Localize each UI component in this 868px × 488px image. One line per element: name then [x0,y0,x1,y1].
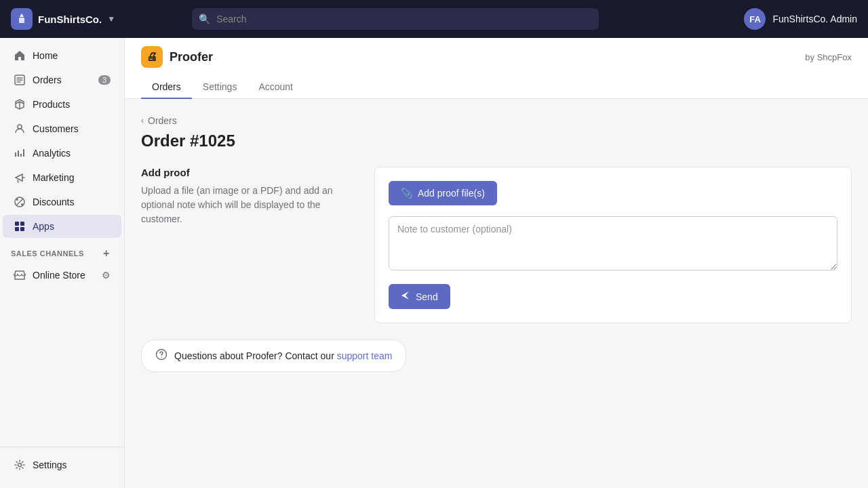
paperclip-icon: 📎 [401,188,412,199]
svg-rect-7 [15,227,19,231]
sidebar-item-discounts[interactable]: Discounts [3,190,121,214]
sidebar-label-apps: Apps [33,221,54,232]
app-name: Proofer [170,50,213,64]
customers-icon [14,123,26,135]
add-proof-button[interactable]: 📎 Add proof file(s) [389,181,497,205]
help-text: Questions about Proofer? Contact our sup… [174,350,392,361]
sidebar-item-settings[interactable]: Settings [3,453,121,476]
proof-right: 📎 Add proof file(s) Send [374,167,852,323]
send-button[interactable]: Send [389,284,450,309]
sidebar-item-apps[interactable]: Apps [3,215,121,238]
products-icon [14,98,26,110]
search-icon: 🔍 [199,14,210,24]
tab-orders[interactable]: Orders [141,76,192,99]
tabs: Orders Settings Account [141,76,852,98]
app-title: 🖨 Proofer [141,46,213,68]
help-box: Questions about Proofer? Contact our sup… [141,340,406,372]
sidebar-label-products: Products [33,99,70,110]
app-header: 🖨 Proofer by ShcpFox Orders Settings Acc… [125,38,868,99]
sidebar-item-analytics[interactable]: Analytics [3,142,121,165]
sidebar-item-products[interactable]: Products [3,93,121,116]
sidebar-label-online-store: Online Store [33,270,85,281]
apps-icon [14,220,26,232]
add-channel-button[interactable]: + [100,247,113,260]
sidebar-label-customers: Customers [33,123,79,134]
main-content: 🖨 Proofer by ShcpFox Orders Settings Acc… [125,38,868,488]
home-icon [14,49,26,62]
page-content: ‹ Orders Order #1025 Add proof Upload a … [125,99,868,488]
breadcrumb[interactable]: ‹ Orders [141,115,852,126]
sidebar-label-analytics: Analytics [33,148,71,159]
add-proof-title: Add proof [141,167,358,178]
sidebar-label-orders: Orders [33,75,62,85]
search-input[interactable] [192,8,599,30]
search-bar: 🔍 [192,8,599,30]
sales-channels-header: SALES CHANNELS + [0,239,124,263]
sidebar: Home Orders 3 Products Customers [0,38,125,488]
proof-section: Add proof Upload a file (an image or a P… [141,167,852,323]
support-link[interactable]: support team [337,350,393,361]
send-icon [401,291,410,302]
svg-point-2 [18,125,22,129]
sidebar-item-online-store[interactable]: Online Store ⚙ [3,264,121,287]
svg-rect-0 [19,18,24,23]
online-store-settings-icon[interactable]: ⚙ [102,270,111,281]
page-title: Order #1025 [141,131,852,150]
proof-description: Upload a file (an image or a PDF) and ad… [141,184,358,226]
sidebar-label-home: Home [33,50,58,61]
breadcrumb-back-icon: ‹ [141,116,144,125]
svg-point-11 [161,357,162,358]
svg-rect-8 [20,227,24,231]
sidebar-label-discounts: Discounts [33,197,74,207]
svg-point-9 [18,464,22,467]
settings-icon [14,459,26,471]
brand-logo[interactable]: FunShirtsCo. ▼ [11,8,115,30]
breadcrumb-label: Orders [148,115,177,126]
app-title-row: 🖨 Proofer by ShcpFox [141,46,852,68]
sidebar-label-settings: Settings [33,460,67,470]
brand-name: FunShirtsCo. [38,14,102,25]
app-logo: 🖨 [141,46,163,68]
svg-rect-6 [20,222,24,226]
svg-rect-5 [15,222,19,226]
orders-badge: 3 [98,75,111,85]
marketing-icon [14,171,26,184]
topnav: FunShirtsCo. ▼ 🔍 FA FunShirtsCo. Admin [0,0,868,38]
topnav-right: FA FunShirtsCo. Admin [744,8,857,30]
note-textarea[interactable] [389,216,837,270]
tab-account[interactable]: Account [248,76,304,99]
avatar[interactable]: FA [744,8,766,30]
analytics-icon [14,147,26,159]
sidebar-bottom: Settings [0,447,124,483]
sidebar-item-home[interactable]: Home [3,44,121,67]
admin-name: FunShirtsCo. Admin [772,14,857,24]
sidebar-item-orders[interactable]: Orders 3 [3,68,121,92]
sidebar-label-marketing: Marketing [33,172,74,183]
sales-channels-label: SALES CHANNELS [11,249,84,258]
sidebar-item-marketing[interactable]: Marketing [3,166,121,189]
discounts-icon [14,196,26,208]
orders-icon [14,74,26,86]
brand-chevron-icon: ▼ [107,14,115,24]
help-text-label: Questions about Proofer? Contact our [174,350,337,361]
proof-left: Add proof Upload a file (an image or a P… [141,167,358,323]
brand-icon [11,8,33,30]
send-btn-label: Send [416,291,438,302]
add-proof-btn-label: Add proof file(s) [418,188,485,199]
help-icon [155,348,167,363]
by-label: by ShcpFox [805,52,852,62]
store-icon [14,269,26,281]
sidebar-item-customers[interactable]: Customers [3,117,121,140]
tab-settings[interactable]: Settings [192,76,248,99]
